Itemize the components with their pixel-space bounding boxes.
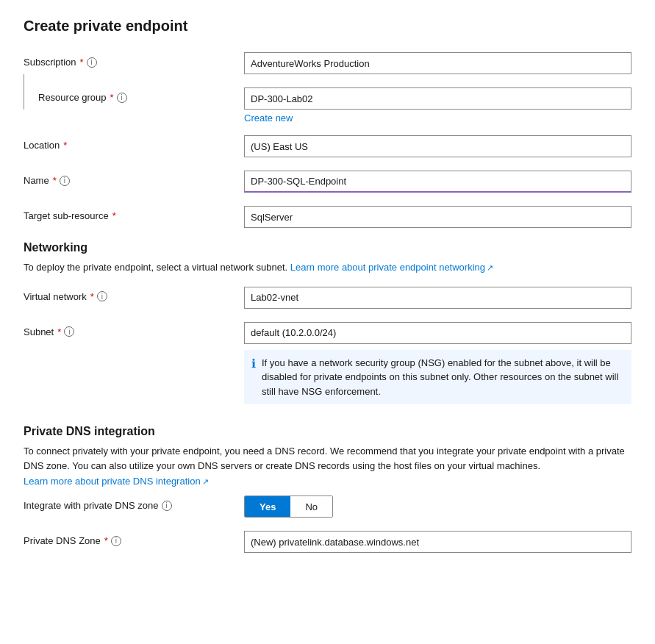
dns-toggle-no[interactable]: No (290, 496, 332, 517)
networking-description: To deploy the private endpoint, select a… (24, 260, 631, 275)
virtual-network-label-col: Virtual network * i (24, 287, 244, 302)
integrate-dns-label-col: Integrate with private DNS zone i (24, 495, 244, 511)
location-label: Location (24, 140, 60, 151)
nsg-info-icon: ℹ (251, 357, 256, 371)
private-dns-learn-more-link[interactable]: Learn more about private DNS integration… (24, 476, 209, 487)
private-dns-zone-required: * (104, 535, 108, 546)
subnet-input[interactable] (244, 322, 631, 344)
name-label: Name (24, 175, 49, 186)
subscription-label-col: Subscription * i (24, 52, 244, 68)
subnet-row: Subnet * i ℹ If you have a network secur… (24, 322, 631, 405)
target-sub-resource-input-col (244, 206, 631, 228)
location-label-col: Location * (24, 135, 244, 151)
subnet-input-col: ℹ If you have a network security group (… (244, 322, 631, 405)
subnet-required: * (57, 326, 61, 337)
subscription-info-icon[interactable]: i (87, 57, 97, 68)
integrate-dns-info-icon[interactable]: i (162, 501, 172, 511)
private-dns-zone-label-col: Private DNS Zone * i (24, 531, 244, 546)
resource-group-info-icon[interactable]: i (117, 93, 127, 103)
subnet-label: Subnet (24, 326, 54, 337)
networking-learn-more-link[interactable]: Learn more about private endpoint networ… (290, 262, 493, 273)
resource-group-label-col: Resource group * i (24, 87, 244, 103)
subscription-input-col (244, 52, 631, 74)
integrate-dns-label: Integrate with private DNS zone (24, 500, 159, 511)
networking-section: Networking To deploy the private endpoin… (24, 241, 631, 404)
subnet-input-row: Subnet * i ℹ If you have a network secur… (24, 322, 631, 405)
private-dns-section: Private DNS integration To connect priva… (24, 425, 631, 554)
location-row: Location * (24, 135, 631, 159)
location-input-col (244, 135, 631, 157)
page-title: Create private endpoint (24, 18, 631, 35)
resource-group-input[interactable] (244, 87, 631, 110)
private-dns-zone-input[interactable] (244, 531, 631, 553)
subscription-row: Subscription * i (24, 52, 631, 76)
virtual-network-input-col (244, 287, 631, 309)
private-dns-description: To connect privately with your private e… (24, 444, 631, 473)
dns-toggle-yes[interactable]: Yes (245, 496, 290, 517)
name-info-icon[interactable]: i (60, 176, 70, 186)
resource-group-label-text: Resource group (24, 92, 107, 103)
resource-group-required: * (110, 92, 114, 103)
private-dns-zone-row: Private DNS Zone * i (24, 531, 631, 554)
private-dns-external-icon: ↗ (202, 477, 209, 486)
name-required: * (53, 175, 57, 186)
target-sub-resource-input[interactable] (244, 206, 631, 228)
virtual-network-input[interactable] (244, 287, 631, 309)
virtual-network-info-icon[interactable]: i (97, 291, 107, 301)
nsg-info-text: If you have a network security group (NS… (262, 356, 624, 399)
private-dns-learn-more: Learn more about private DNS integration… (24, 476, 631, 487)
resource-group-row: Resource group * i Create new (24, 87, 631, 124)
target-sub-resource-label-col: Target sub-resource * (24, 206, 244, 221)
private-dns-zone-label: Private DNS Zone (24, 535, 101, 546)
private-dns-zone-input-col (244, 531, 631, 553)
target-sub-resource-required: * (112, 210, 116, 221)
location-input[interactable] (244, 135, 631, 157)
name-input-col (244, 171, 631, 193)
target-sub-resource-row: Target sub-resource * (24, 206, 631, 229)
name-input[interactable] (244, 171, 631, 193)
subscription-input[interactable] (244, 52, 631, 74)
subnet-info-icon[interactable]: i (64, 326, 74, 337)
private-dns-section-title: Private DNS integration (24, 425, 631, 438)
dns-toggle-group[interactable]: Yes No (244, 495, 333, 518)
name-row: Name * i (24, 171, 631, 194)
integrate-dns-toggle-col: Yes No (244, 495, 631, 518)
networking-section-title: Networking (24, 241, 631, 254)
location-required: * (63, 140, 67, 151)
subscription-required: * (80, 57, 84, 68)
private-dns-zone-info-icon[interactable]: i (111, 536, 121, 546)
virtual-network-row: Virtual network * i (24, 287, 631, 310)
create-new-link[interactable]: Create new (244, 112, 631, 124)
target-sub-resource-label: Target sub-resource (24, 210, 109, 221)
virtual-network-required: * (90, 291, 94, 302)
subnet-label-col: Subnet * i (24, 322, 244, 337)
resource-group-input-col: Create new (244, 87, 631, 124)
integrate-dns-row: Integrate with private DNS zone i Yes No (24, 495, 631, 519)
subscription-label: Subscription (24, 57, 76, 68)
name-label-col: Name * i (24, 171, 244, 186)
virtual-network-label: Virtual network (24, 291, 87, 302)
nsg-info-box: ℹ If you have a network security group (… (244, 350, 631, 405)
networking-external-icon: ↗ (487, 263, 493, 272)
